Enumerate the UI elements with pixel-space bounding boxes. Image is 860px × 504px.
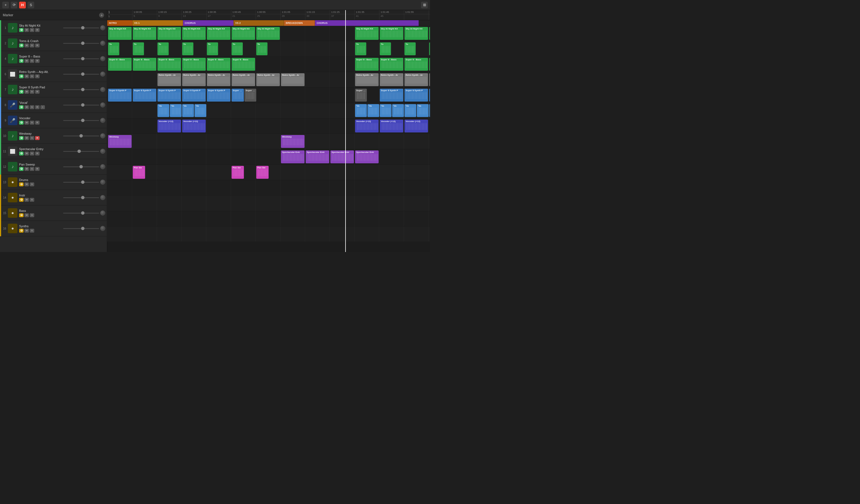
clip[interactable]: Sky At Night Kit [404, 27, 428, 40]
fader-thumb[interactable] [81, 42, 85, 45]
track-pan-knob[interactable] [100, 164, 105, 169]
track-power-button[interactable]: ⏻ [19, 74, 24, 78]
clip[interactable]: Retro Synth - Ar [207, 73, 230, 86]
clip[interactable]: Retro Synth - Ar [429, 73, 430, 86]
arrange-track-row-8[interactable]: WestwayWestway [107, 134, 430, 149]
track-pan-knob[interactable] [100, 195, 105, 200]
clip[interactable]: Super 8 - Bass [133, 58, 156, 71]
track-solo-button[interactable]: S [30, 213, 34, 217]
clip[interactable]: Super 8 Synth [355, 89, 367, 102]
fader-thumb[interactable] [81, 88, 85, 91]
track-solo-button[interactable]: S [30, 105, 34, 109]
track-power-button[interactable]: ⏻ [19, 198, 24, 202]
clip[interactable]: 'Vo [355, 104, 367, 117]
track-power-button[interactable]: ⏻ [19, 105, 24, 109]
track-solo-button[interactable]: S [30, 152, 34, 156]
clip[interactable]: Super 8 - Bass [108, 58, 132, 71]
clip[interactable]: Spectacular Entr [306, 150, 329, 163]
clip[interactable]: Super 8 Synth P [380, 89, 403, 102]
clip[interactable]: Sky At Night Kit [157, 27, 181, 40]
arrange-track-row-7[interactable]: Vocoder (+12)Vocoder (+12)Vocoder (+12)V… [107, 118, 430, 134]
track-pan-knob[interactable] [100, 25, 105, 30]
settings-button[interactable]: ⊞ [421, 2, 428, 9]
track-mute-button[interactable]: M [25, 152, 29, 156]
track-solo-button[interactable]: S [30, 59, 34, 63]
track-pan-knob[interactable] [100, 87, 105, 92]
fader-thumb[interactable] [80, 165, 83, 168]
track-power-button[interactable]: ⏻ [19, 152, 24, 156]
track-power-button[interactable]: ⏻ [19, 43, 24, 47]
fader-thumb[interactable] [81, 227, 85, 230]
clip[interactable]: To [380, 42, 391, 55]
track-power-button[interactable]: ⏻ [19, 183, 24, 186]
clip[interactable]: Super 8 Synth [244, 89, 256, 102]
track-solo-button[interactable]: S [30, 167, 34, 171]
track-record-button[interactable]: R [35, 152, 40, 156]
track-power-button[interactable]: ⏻ [19, 59, 24, 63]
track-power-button[interactable]: ⏻ [19, 136, 24, 140]
clip[interactable]: Sky At Night Kit [256, 27, 280, 40]
clip[interactable]: Spectacular Entr [330, 150, 354, 163]
clip[interactable]: Sky At Night Kit [232, 27, 255, 40]
clip[interactable]: To [207, 42, 218, 55]
arrange-track-row-13[interactable] [107, 211, 430, 227]
clip[interactable]: Sky At Night Kit [429, 27, 430, 40]
track-fader[interactable] [63, 228, 99, 229]
arrange-track-row-2[interactable]: ToToToToToToToToToToToTo [107, 41, 430, 57]
track-mute-button[interactable]: M [25, 59, 29, 63]
clip[interactable]: Sky At Night Kit [182, 27, 206, 40]
clip[interactable]: 'Vo [404, 104, 416, 117]
s-button[interactable]: S [28, 2, 34, 9]
track-fader[interactable] [63, 89, 99, 90]
clip[interactable]: Super 8 - Bass [355, 58, 378, 71]
track-solo-button[interactable]: S [30, 183, 34, 186]
track-input-button[interactable]: I [40, 105, 45, 109]
track-solo-button[interactable]: S [30, 90, 34, 94]
arrange-track-row-14[interactable] [107, 227, 430, 242]
track-mute-button[interactable]: M [25, 90, 29, 94]
clip[interactable]: To [256, 42, 268, 55]
clip[interactable]: 'Vo [417, 104, 429, 117]
clip[interactable]: Sky At Night Kit [355, 27, 378, 40]
track-solo-button[interactable]: S [30, 198, 34, 202]
track-fader[interactable] [63, 58, 99, 59]
fader-thumb[interactable] [81, 211, 85, 215]
track-solo-button[interactable]: S [30, 28, 34, 32]
clip[interactable]: 'Vo [182, 104, 194, 117]
track-pan-knob[interactable] [100, 118, 105, 123]
track-fader[interactable] [63, 167, 99, 167]
track-pan-knob[interactable] [100, 102, 105, 107]
fader-thumb[interactable] [77, 149, 81, 153]
track-power-button[interactable]: ⏻ [19, 90, 24, 94]
clip[interactable]: Sky At Night Kit [133, 27, 156, 40]
track-mute-button[interactable]: M [25, 213, 29, 217]
arrange-track-row-6[interactable]: 'Vo'Vo'Vo'Vo'Vo'Vo'Vo'Vo'Vo'Vo'Vo'Vo [107, 103, 430, 118]
clip[interactable]: Super 8 Synth P [133, 89, 156, 102]
track-fader[interactable] [63, 151, 99, 152]
clip[interactable]: Super 8 - Bass [157, 58, 181, 71]
clip[interactable]: Pan Sw [133, 166, 145, 179]
track-mute-button[interactable]: M [25, 167, 29, 171]
arrange-track-row-10[interactable]: Pan SwPan SwPan Sw [107, 165, 430, 180]
clip[interactable]: Super 8 Synth P [404, 89, 428, 102]
arrange-track-row-4[interactable]: Retro Synth - ArRetro Synth - ArRetro Sy… [107, 72, 430, 88]
clip[interactable]: 'Vo [170, 104, 182, 117]
track-solo-button[interactable]: S [30, 43, 34, 47]
track-fader[interactable] [63, 182, 99, 183]
track-fader[interactable] [63, 105, 99, 105]
clip[interactable]: To [429, 42, 430, 55]
arrange-track-row-9[interactable]: Spectacular EntrSpectacular EntrSpectacu… [107, 149, 430, 165]
clip[interactable]: 'Vo [392, 104, 404, 117]
track-record-button[interactable]: R [35, 90, 40, 94]
track-mute-button[interactable]: M [25, 229, 29, 233]
clip[interactable]: Super 8 - Bass [207, 58, 230, 71]
clip[interactable]: 'Vo [157, 104, 169, 117]
track-power-button[interactable]: ⏻ [19, 167, 24, 171]
track-fader[interactable] [63, 120, 99, 121]
clip[interactable]: Sky At Night Kit [207, 27, 230, 40]
clip[interactable]: Vocoder (+12) [182, 119, 206, 132]
clip[interactable]: Super 8 - Bass [232, 58, 255, 71]
track-pan-knob[interactable] [100, 133, 105, 138]
track-record-button[interactable]: R [35, 74, 40, 78]
track-solo-button[interactable]: S [30, 229, 34, 233]
